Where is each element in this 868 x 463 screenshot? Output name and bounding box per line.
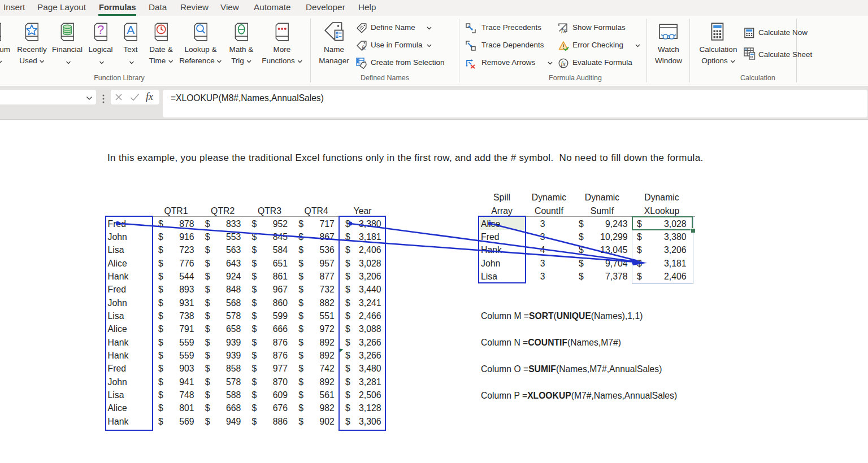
svg-text:fx: fx bbox=[362, 45, 366, 51]
svg-text:A: A bbox=[127, 23, 134, 36]
svg-text:?: ? bbox=[97, 23, 104, 37]
svg-text:fx: fx bbox=[561, 27, 566, 34]
svg-text:fx: fx bbox=[561, 60, 566, 68]
